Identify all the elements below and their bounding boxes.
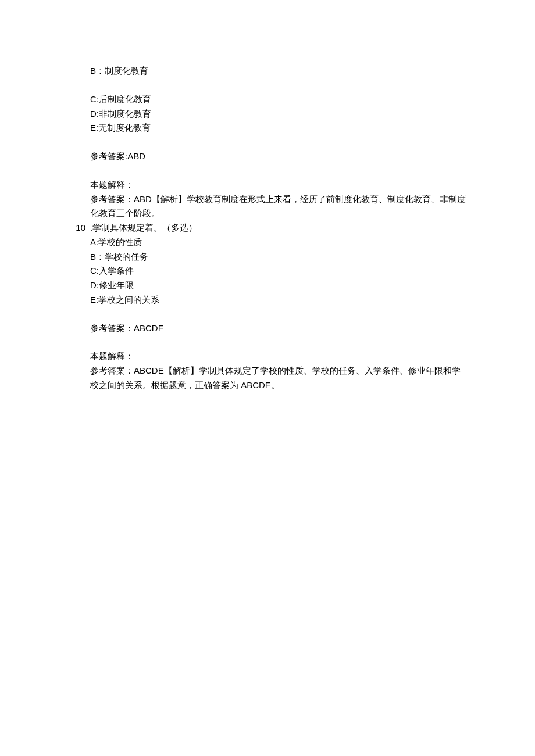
q9-option-b: B：制度化教育 (90, 64, 468, 78)
q10-explanation-text: 参考答案：ABCDE【解析】学制具体规定了学校的性质、学校的任务、入学条件、修业… (90, 364, 468, 393)
q9-answer: 参考答案:ABD (90, 149, 468, 164)
q9-option-e: E:无制度化教育 (90, 121, 468, 135)
q10-row: 10 .学制具体规定着。（多选） (63, 221, 468, 235)
q10-option-a: A:学校的性质 (90, 235, 468, 250)
q10-number: 10 (63, 221, 90, 235)
q10-explanation-label: 本题解释： (90, 349, 468, 364)
q10-option-d: D:修业年限 (90, 278, 468, 293)
q9-option-d: D:非制度化教育 (90, 107, 468, 121)
q10-answer: 参考答案：ABCDE (90, 321, 468, 336)
q10-question: .学制具体规定着。（多选） (90, 221, 468, 235)
q10-option-b: B：学校的任务 (90, 250, 468, 264)
q9-option-c: C:后制度化教育 (90, 92, 468, 107)
q10-option-c: C:入学条件 (90, 264, 468, 278)
q10-option-e: E:学校之间的关系 (90, 293, 468, 307)
q9-explanation-text: 参考答案：ABD【解析】学校教育制度在形式上来看，经历了前制度化教育、制度化教育… (90, 192, 468, 221)
q9-explanation-label: 本题解释： (90, 178, 468, 192)
